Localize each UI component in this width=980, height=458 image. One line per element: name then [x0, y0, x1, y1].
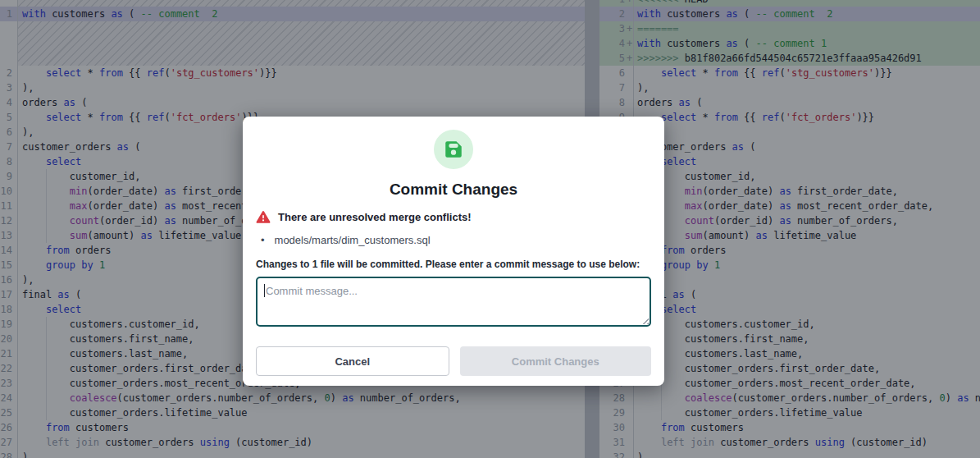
commit-changes-modal: Commit Changes There are unresolved merg…	[243, 117, 664, 386]
commit-instruction: Changes to 1 file will be committed. Ple…	[256, 259, 651, 270]
warning-icon	[256, 210, 271, 224]
text-caret	[264, 284, 265, 297]
warning-text: There are unresolved merge conflicts!	[278, 211, 472, 223]
conflict-file-name: models/marts/dim_customers.sql	[275, 234, 431, 246]
conflict-file-item: • models/marts/dim_customers.sql	[261, 234, 664, 246]
bullet-icon: •	[261, 234, 265, 246]
commit-message-input[interactable]	[256, 277, 651, 327]
cancel-button[interactable]: Cancel	[256, 346, 449, 376]
modal-title: Commit Changes	[243, 181, 664, 199]
save-icon	[434, 130, 473, 169]
commit-changes-button[interactable]: Commit Changes	[460, 346, 652, 376]
